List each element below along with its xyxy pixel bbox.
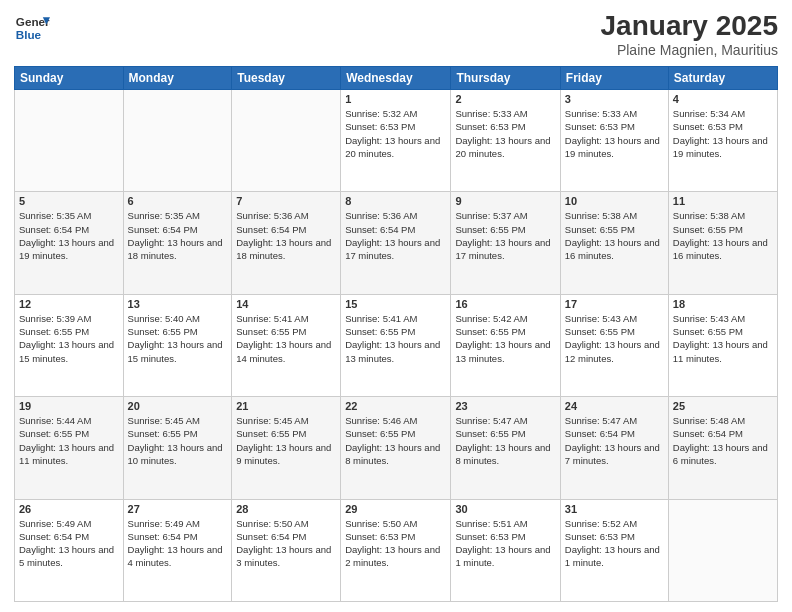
day-info: Sunrise: 5:41 AMSunset: 6:55 PMDaylight:…	[236, 312, 336, 365]
day-info: Sunrise: 5:45 AMSunset: 6:55 PMDaylight:…	[128, 414, 228, 467]
svg-text:General: General	[16, 15, 50, 28]
day-number: 2	[455, 93, 555, 105]
calendar-cell: 24Sunrise: 5:47 AMSunset: 6:54 PMDayligh…	[560, 397, 668, 499]
day-number: 6	[128, 195, 228, 207]
calendar-cell: 4Sunrise: 5:34 AMSunset: 6:53 PMDaylight…	[668, 90, 777, 192]
calendar-cell: 2Sunrise: 5:33 AMSunset: 6:53 PMDaylight…	[451, 90, 560, 192]
day-info: Sunrise: 5:42 AMSunset: 6:55 PMDaylight:…	[455, 312, 555, 365]
calendar-week-row: 12Sunrise: 5:39 AMSunset: 6:55 PMDayligh…	[15, 294, 778, 396]
day-info: Sunrise: 5:50 AMSunset: 6:53 PMDaylight:…	[345, 517, 446, 570]
calendar-cell: 31Sunrise: 5:52 AMSunset: 6:53 PMDayligh…	[560, 499, 668, 601]
calendar-cell: 8Sunrise: 5:36 AMSunset: 6:54 PMDaylight…	[341, 192, 451, 294]
calendar-cell: 5Sunrise: 5:35 AMSunset: 6:54 PMDaylight…	[15, 192, 124, 294]
day-number: 26	[19, 503, 119, 515]
day-info: Sunrise: 5:47 AMSunset: 6:55 PMDaylight:…	[455, 414, 555, 467]
day-info: Sunrise: 5:36 AMSunset: 6:54 PMDaylight:…	[345, 209, 446, 262]
day-number: 13	[128, 298, 228, 310]
day-info: Sunrise: 5:36 AMSunset: 6:54 PMDaylight:…	[236, 209, 336, 262]
day-info: Sunrise: 5:43 AMSunset: 6:55 PMDaylight:…	[673, 312, 773, 365]
day-number: 7	[236, 195, 336, 207]
calendar-week-row: 19Sunrise: 5:44 AMSunset: 6:55 PMDayligh…	[15, 397, 778, 499]
day-number: 11	[673, 195, 773, 207]
calendar-cell: 22Sunrise: 5:46 AMSunset: 6:55 PMDayligh…	[341, 397, 451, 499]
title-block: January 2025 Plaine Magnien, Mauritius	[601, 10, 778, 58]
day-info: Sunrise: 5:51 AMSunset: 6:53 PMDaylight:…	[455, 517, 555, 570]
day-number: 15	[345, 298, 446, 310]
calendar-title: January 2025	[601, 10, 778, 42]
day-info: Sunrise: 5:47 AMSunset: 6:54 PMDaylight:…	[565, 414, 664, 467]
day-number: 14	[236, 298, 336, 310]
day-info: Sunrise: 5:33 AMSunset: 6:53 PMDaylight:…	[455, 107, 555, 160]
day-info: Sunrise: 5:49 AMSunset: 6:54 PMDaylight:…	[128, 517, 228, 570]
calendar-cell: 30Sunrise: 5:51 AMSunset: 6:53 PMDayligh…	[451, 499, 560, 601]
day-info: Sunrise: 5:35 AMSunset: 6:54 PMDaylight:…	[128, 209, 228, 262]
day-info: Sunrise: 5:39 AMSunset: 6:55 PMDaylight:…	[19, 312, 119, 365]
calendar-cell: 29Sunrise: 5:50 AMSunset: 6:53 PMDayligh…	[341, 499, 451, 601]
calendar-cell: 23Sunrise: 5:47 AMSunset: 6:55 PMDayligh…	[451, 397, 560, 499]
calendar-cell: 17Sunrise: 5:43 AMSunset: 6:55 PMDayligh…	[560, 294, 668, 396]
calendar-cell: 12Sunrise: 5:39 AMSunset: 6:55 PMDayligh…	[15, 294, 124, 396]
day-info: Sunrise: 5:38 AMSunset: 6:55 PMDaylight:…	[565, 209, 664, 262]
day-number: 1	[345, 93, 446, 105]
weekday-header-row: Sunday Monday Tuesday Wednesday Thursday…	[15, 67, 778, 90]
day-info: Sunrise: 5:43 AMSunset: 6:55 PMDaylight:…	[565, 312, 664, 365]
logo: General Blue	[14, 10, 50, 46]
day-number: 25	[673, 400, 773, 412]
day-info: Sunrise: 5:50 AMSunset: 6:54 PMDaylight:…	[236, 517, 336, 570]
day-info: Sunrise: 5:41 AMSunset: 6:55 PMDaylight:…	[345, 312, 446, 365]
day-info: Sunrise: 5:38 AMSunset: 6:55 PMDaylight:…	[673, 209, 773, 262]
day-number: 27	[128, 503, 228, 515]
day-info: Sunrise: 5:32 AMSunset: 6:53 PMDaylight:…	[345, 107, 446, 160]
day-number: 28	[236, 503, 336, 515]
day-number: 9	[455, 195, 555, 207]
calendar-week-row: 26Sunrise: 5:49 AMSunset: 6:54 PMDayligh…	[15, 499, 778, 601]
calendar-page: General Blue January 2025 Plaine Magnien…	[0, 0, 792, 612]
day-number: 30	[455, 503, 555, 515]
svg-text:Blue: Blue	[16, 28, 42, 41]
calendar-cell: 6Sunrise: 5:35 AMSunset: 6:54 PMDaylight…	[123, 192, 232, 294]
day-info: Sunrise: 5:40 AMSunset: 6:55 PMDaylight:…	[128, 312, 228, 365]
header-wednesday: Wednesday	[341, 67, 451, 90]
calendar-cell: 15Sunrise: 5:41 AMSunset: 6:55 PMDayligh…	[341, 294, 451, 396]
day-number: 21	[236, 400, 336, 412]
calendar-cell: 28Sunrise: 5:50 AMSunset: 6:54 PMDayligh…	[232, 499, 341, 601]
day-info: Sunrise: 5:35 AMSunset: 6:54 PMDaylight:…	[19, 209, 119, 262]
day-number: 10	[565, 195, 664, 207]
header-monday: Monday	[123, 67, 232, 90]
calendar-week-row: 1Sunrise: 5:32 AMSunset: 6:53 PMDaylight…	[15, 90, 778, 192]
calendar-cell: 20Sunrise: 5:45 AMSunset: 6:55 PMDayligh…	[123, 397, 232, 499]
day-number: 18	[673, 298, 773, 310]
day-info: Sunrise: 5:37 AMSunset: 6:55 PMDaylight:…	[455, 209, 555, 262]
calendar-cell	[232, 90, 341, 192]
calendar-cell: 9Sunrise: 5:37 AMSunset: 6:55 PMDaylight…	[451, 192, 560, 294]
calendar-cell: 7Sunrise: 5:36 AMSunset: 6:54 PMDaylight…	[232, 192, 341, 294]
day-number: 8	[345, 195, 446, 207]
day-info: Sunrise: 5:44 AMSunset: 6:55 PMDaylight:…	[19, 414, 119, 467]
day-number: 19	[19, 400, 119, 412]
header: General Blue January 2025 Plaine Magnien…	[14, 10, 778, 58]
calendar-cell: 21Sunrise: 5:45 AMSunset: 6:55 PMDayligh…	[232, 397, 341, 499]
day-info: Sunrise: 5:33 AMSunset: 6:53 PMDaylight:…	[565, 107, 664, 160]
day-number: 20	[128, 400, 228, 412]
logo-icon: General Blue	[14, 10, 50, 46]
header-tuesday: Tuesday	[232, 67, 341, 90]
day-number: 17	[565, 298, 664, 310]
calendar-cell: 3Sunrise: 5:33 AMSunset: 6:53 PMDaylight…	[560, 90, 668, 192]
calendar-cell: 1Sunrise: 5:32 AMSunset: 6:53 PMDaylight…	[341, 90, 451, 192]
day-number: 24	[565, 400, 664, 412]
day-number: 3	[565, 93, 664, 105]
day-number: 29	[345, 503, 446, 515]
day-number: 12	[19, 298, 119, 310]
day-info: Sunrise: 5:46 AMSunset: 6:55 PMDaylight:…	[345, 414, 446, 467]
calendar-cell	[668, 499, 777, 601]
calendar-cell: 27Sunrise: 5:49 AMSunset: 6:54 PMDayligh…	[123, 499, 232, 601]
calendar-subtitle: Plaine Magnien, Mauritius	[601, 42, 778, 58]
calendar-cell: 18Sunrise: 5:43 AMSunset: 6:55 PMDayligh…	[668, 294, 777, 396]
calendar-cell: 16Sunrise: 5:42 AMSunset: 6:55 PMDayligh…	[451, 294, 560, 396]
calendar-table: Sunday Monday Tuesday Wednesday Thursday…	[14, 66, 778, 602]
day-number: 23	[455, 400, 555, 412]
header-sunday: Sunday	[15, 67, 124, 90]
day-number: 4	[673, 93, 773, 105]
calendar-week-row: 5Sunrise: 5:35 AMSunset: 6:54 PMDaylight…	[15, 192, 778, 294]
day-number: 31	[565, 503, 664, 515]
